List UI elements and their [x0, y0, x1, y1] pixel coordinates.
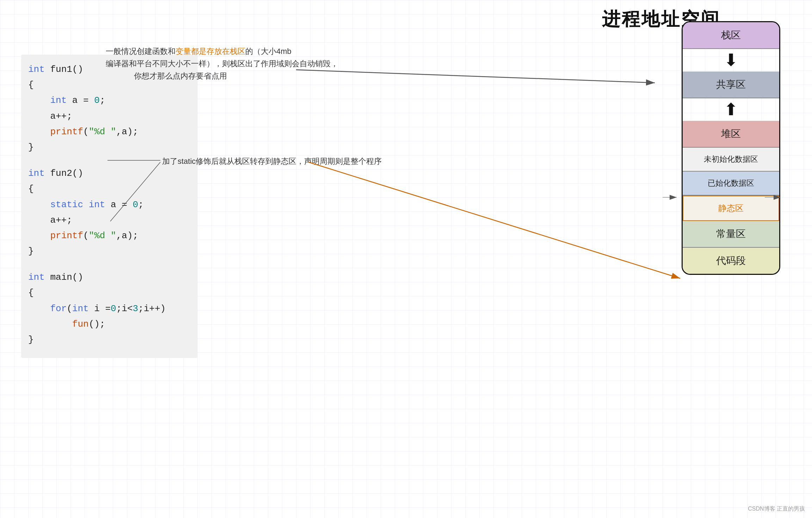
code-line: }: [28, 140, 190, 155]
code-line: int fun2(): [28, 166, 190, 181]
code-panel: int fun1() { int a = 0; a++; printf("%d …: [21, 55, 197, 358]
code-line: {: [28, 181, 190, 197]
mem-static-section: 静态区: [683, 196, 779, 221]
code-line: printf("%d ",a);: [28, 228, 190, 243]
code-line: int a = 0;: [28, 93, 190, 108]
code-line: int main(): [28, 270, 190, 285]
watermark: CSDN博客 正直的男孩: [748, 505, 805, 513]
code-line: for(int i =0;i<3;i++): [28, 301, 190, 316]
memory-diagram: 栈区 ⬇ 共享区 ⬆ 堆区 未初始化数据区 已始化数据区 静态区 常量区 代码段: [678, 21, 784, 275]
svg-line-2: [296, 70, 655, 83]
annotation-highlight: 变量都是存放在栈区: [176, 47, 245, 56]
code-line: }: [28, 243, 190, 259]
memory-container: 栈区 ⬇ 共享区 ⬆ 堆区 未初始化数据区 已始化数据区 静态区 常量区 代码段: [682, 21, 780, 275]
code-line: a++;: [28, 109, 190, 124]
code-block-3: int main() { for(int i =0;i<3;i++) fun()…: [28, 270, 190, 347]
code-line: printf("%d ",a);: [28, 124, 190, 140]
code-line: static int a = 0;: [28, 197, 190, 212]
up-arrow-icon: ⬆: [683, 98, 779, 121]
mem-init-section: 已始化数据区: [683, 172, 779, 196]
annotation-1: 一般情况创建函数和变量都是存放在栈区的（大小4mb 编译器和平台不同大小不一样）…: [106, 45, 338, 82]
code-line: fun();: [28, 316, 190, 332]
annotation-2: 加了static修饰后就从栈区转存到静态区，声明周期则是整个程序: [162, 155, 382, 167]
svg-line-5: [308, 162, 680, 278]
mem-const-section: 常量区: [683, 221, 779, 248]
mem-heap-section: 堆区: [683, 121, 779, 148]
mem-code-section: 代码段: [683, 248, 779, 274]
code-line: a++;: [28, 212, 190, 228]
mem-shared-section: 共享区: [683, 72, 779, 98]
mem-stack-section: 栈区: [683, 22, 779, 49]
mem-uninit-section: 未初始化数据区: [683, 148, 779, 172]
code-line: {: [28, 285, 190, 301]
down-arrow-icon: ⬇: [683, 49, 779, 72]
code-line: }: [28, 332, 190, 347]
code-block-2: int fun2() { static int a = 0; a++; prin…: [28, 166, 190, 259]
